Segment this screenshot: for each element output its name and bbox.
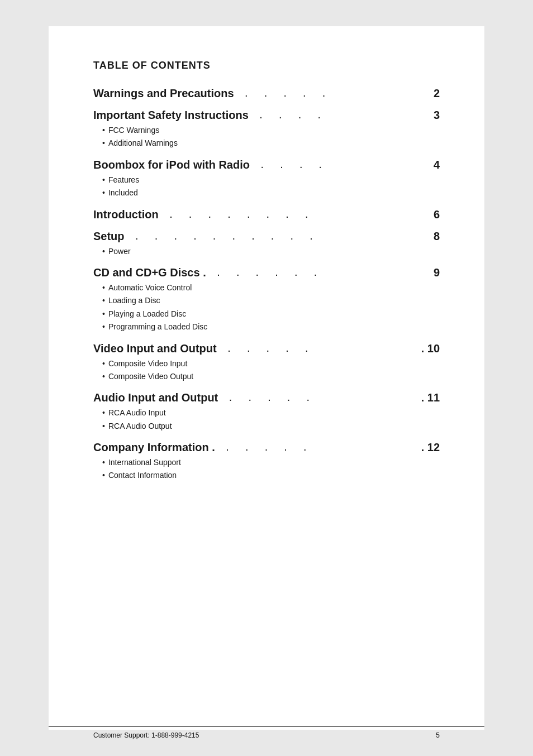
bullet-icon: • <box>102 456 105 468</box>
toc-entry-video: Video Input and Output . . . . . . 10 • … <box>93 342 440 383</box>
bullet-icon: • <box>102 281 105 294</box>
toc-sub-list-audio: • RCA Audio Input • RCA Audio Output <box>93 406 440 432</box>
toc-dots-safety: . . . . <box>253 109 429 122</box>
toc-sub-item: • Power <box>102 245 440 257</box>
toc-sub-item: • Automatic Voice Control <box>102 281 440 294</box>
toc-sub-label: Loading a Disc <box>108 294 160 307</box>
toc-sub-item: • International Support <box>102 456 440 468</box>
toc-sub-label: RCA Audio Output <box>108 420 172 432</box>
toc-dots-boombox: . . . . <box>254 159 429 171</box>
toc-main-row-setup: Setup . . . . . . . . . . 8 <box>93 230 440 243</box>
toc-sub-label: Composite Video Input <box>108 357 187 370</box>
bullet-icon: • <box>102 124 105 136</box>
bullet-icon: • <box>102 406 105 419</box>
toc-sub-label: Additional Warnings <box>108 137 178 149</box>
toc-sub-label: Power <box>108 245 131 257</box>
toc-main-row-cd: CD and CD+G Discs . . . . . . . 9 <box>93 266 440 279</box>
toc-entry-company: Company Information . . . . . . . 12 • I… <box>93 441 440 482</box>
toc-entry-setup: Setup . . . . . . . . . . 8 • Power <box>93 230 440 257</box>
page-content: TABLE OF CONTENTS Warnings and Precautio… <box>49 26 484 730</box>
toc-sub-item: • Composite Video Input <box>102 357 440 370</box>
toc-sub-list-cd: • Automatic Voice Control • Loading a Di… <box>93 281 440 333</box>
toc-page-company: . 12 <box>421 441 440 454</box>
toc-dots-audio: . . . . . <box>222 391 416 404</box>
toc-heading-introduction: Introduction <box>93 208 159 221</box>
toc-dots-warnings: . . . . . <box>239 87 429 100</box>
toc-page-setup: 8 <box>434 230 440 243</box>
toc-sub-item: • Features <box>102 174 440 186</box>
bullet-icon: • <box>102 357 105 370</box>
toc-sub-label: Automatic Voice Control <box>108 281 192 294</box>
toc-sub-item: • FCC Warnings <box>102 124 440 136</box>
bullet-icon: • <box>102 420 105 432</box>
toc-page-audio: . 11 <box>421 391 440 404</box>
toc-entry-warnings: Warnings and Precautions . . . . . 2 <box>93 87 440 100</box>
toc-sub-label: Features <box>108 174 139 186</box>
toc-sub-label: RCA Audio Input <box>108 406 166 419</box>
footer-support-text: Customer Support: 1-888-999-4215 <box>93 731 199 739</box>
toc-dots-setup: . . . . . . . . . . <box>129 230 429 243</box>
toc-sub-item: • Programming a Loaded Disc <box>102 320 440 333</box>
bullet-icon: • <box>102 320 105 333</box>
toc-entry-audio: Audio Input and Output . . . . . . 11 • … <box>93 391 440 432</box>
toc-main-row-introduction: Introduction . . . . . . . . 6 <box>93 208 440 221</box>
toc-sub-item: • RCA Audio Output <box>102 420 440 432</box>
bullet-icon: • <box>102 186 105 199</box>
toc-sub-label: Composite Video Output <box>108 370 193 382</box>
toc-page-warnings: 2 <box>434 87 440 100</box>
toc-page-introduction: 6 <box>434 208 440 221</box>
toc-sub-list-safety: • FCC Warnings • Additional Warnings <box>93 124 440 150</box>
toc-main-row-video: Video Input and Output . . . . . . 10 <box>93 342 440 355</box>
toc-dots-company: . . . . . <box>220 441 417 454</box>
toc-main-row-audio: Audio Input and Output . . . . . . 11 <box>93 391 440 404</box>
toc-main-row-boombox: Boombox for iPod with Radio . . . . 4 <box>93 159 440 171</box>
toc-page-boombox: 4 <box>434 159 440 171</box>
footer: Customer Support: 1-888-999-4215 5 <box>49 726 484 739</box>
toc-entry-cd: CD and CD+G Discs . . . . . . . 9 • Auto… <box>93 266 440 333</box>
toc-sub-item: • RCA Audio Input <box>102 406 440 419</box>
bullet-icon: • <box>102 294 105 307</box>
toc-main-row-company: Company Information . . . . . . . 12 <box>93 441 440 454</box>
toc-main-row-warnings: Warnings and Precautions . . . . . 2 <box>93 87 440 100</box>
toc-main-row-safety: Important Safety Instructions . . . . 3 <box>93 109 440 122</box>
footer-page-number: 5 <box>436 731 440 739</box>
toc-heading-video: Video Input and Output <box>93 342 217 355</box>
toc-heading-setup: Setup <box>93 230 125 243</box>
toc-sub-item: • Playing a Loaded Disc <box>102 308 440 320</box>
toc-title: TABLE OF CONTENTS <box>93 60 440 71</box>
bullet-icon: • <box>102 370 105 382</box>
toc-sub-list-boombox: • Features • Included <box>93 174 440 199</box>
toc-sub-item: • Included <box>102 186 440 199</box>
toc-entry-safety: Important Safety Instructions . . . . 3 … <box>93 109 440 150</box>
toc-dots-video: . . . . . <box>221 342 417 355</box>
toc-dots-cd: . . . . . . <box>211 266 429 279</box>
bullet-icon: • <box>102 308 105 320</box>
toc-heading-audio: Audio Input and Output <box>93 391 218 404</box>
toc-sub-list-company: • International Support • Contact Inform… <box>93 456 440 482</box>
toc-sub-label: Included <box>108 186 138 199</box>
toc-sub-item: • Composite Video Output <box>102 370 440 382</box>
toc-sub-list-setup: • Power <box>93 245 440 257</box>
toc-heading-warnings: Warnings and Precautions <box>93 87 234 100</box>
toc-entry-introduction: Introduction . . . . . . . . 6 <box>93 208 440 221</box>
toc-heading-cd: CD and CD+G Discs . <box>93 266 206 279</box>
bullet-icon: • <box>102 174 105 186</box>
toc-heading-company: Company Information . <box>93 441 215 454</box>
toc-entry-boombox: Boombox for iPod with Radio . . . . 4 • … <box>93 159 440 199</box>
toc-sub-label: FCC Warnings <box>108 124 159 136</box>
toc-sub-label: Playing a Loaded Disc <box>108 308 186 320</box>
toc-sub-item: • Additional Warnings <box>102 137 440 149</box>
toc-sub-label: Contact Information <box>108 469 177 481</box>
toc-heading-safety: Important Safety Instructions <box>93 109 249 122</box>
toc-sub-item: • Loading a Disc <box>102 294 440 307</box>
toc-sub-label: Programming a Loaded Disc <box>108 320 207 333</box>
toc-heading-boombox: Boombox for iPod with Radio <box>93 159 250 171</box>
toc-sub-list-video: • Composite Video Input • Composite Vide… <box>93 357 440 383</box>
bullet-icon: • <box>102 245 105 257</box>
toc-page-cd: 9 <box>434 266 440 279</box>
bullet-icon: • <box>102 469 105 481</box>
toc-sub-label: International Support <box>108 456 181 468</box>
bullet-icon: • <box>102 137 105 149</box>
toc-list: Warnings and Precautions . . . . . 2 Imp… <box>93 87 440 707</box>
toc-page-video: . 10 <box>421 342 440 355</box>
